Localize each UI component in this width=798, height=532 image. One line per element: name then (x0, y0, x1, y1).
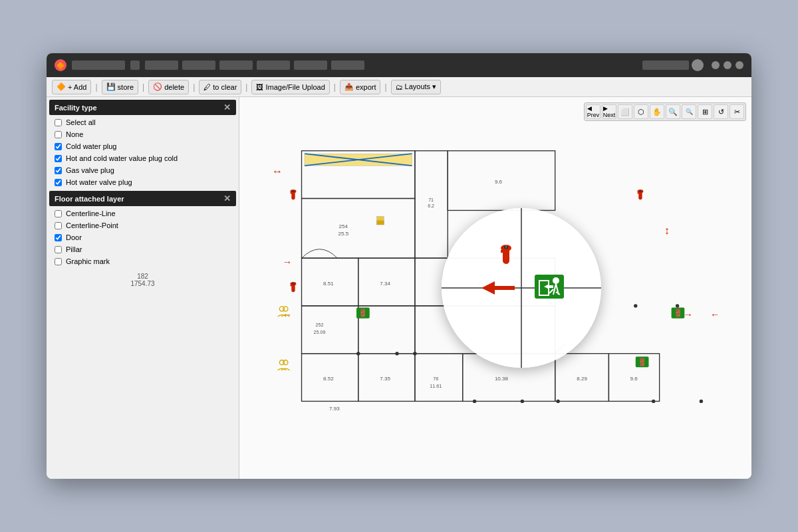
zoom-in-button[interactable]: 🔍 (666, 104, 680, 119)
svg-text:→: → (684, 309, 693, 320)
centerline-line-checkbox[interactable] (55, 210, 62, 217)
svg-text:→: → (283, 257, 292, 267)
svg-rect-83 (501, 250, 504, 253)
floor-panel: Floor attached layer ✕ Centerline-Line C… (49, 191, 236, 267)
svg-text:↕: ↕ (664, 224, 670, 236)
floor-centerline-point[interactable]: Centerline-Point (49, 219, 236, 231)
title-bar: 🔶 (47, 53, 751, 77)
facility-panel: Facility type ✕ Select all None Cold wat… (49, 100, 236, 188)
map-area[interactable]: ◀Prev ▶Next ⬜ ⬡ ✋ 🔍 🔍 ⊞ ↺ ✂ (239, 97, 751, 479)
svg-text:11.61: 11.61 (430, 384, 442, 389)
store-button[interactable]: 💾 store (102, 80, 138, 94)
svg-marker-86 (481, 281, 515, 295)
svg-rect-9 (377, 221, 384, 225)
facility-panel-close[interactable]: ✕ (223, 103, 231, 112)
facility-hot-cold[interactable]: Hot and cold water value plug cold (49, 152, 236, 164)
sidebar: Facility type ✕ Select all None Cold wat… (47, 97, 239, 479)
grid-button[interactable]: ⊞ (698, 104, 712, 119)
reset-button[interactable]: ↺ (714, 104, 728, 119)
svg-point-78 (676, 304, 679, 307)
svg-text:6.2: 6.2 (428, 203, 434, 209)
facility-panel-header: Facility type ✕ (49, 100, 236, 115)
hot-cold-checkbox[interactable] (55, 155, 62, 162)
floor-door[interactable]: Door (49, 231, 236, 243)
zoom-content (442, 208, 601, 368)
svg-rect-49 (290, 193, 292, 194)
svg-rect-58 (292, 283, 295, 285)
svg-point-76 (700, 400, 703, 403)
cut-button[interactable]: ✂ (730, 104, 744, 119)
layouts-icon: 🗂 (396, 83, 403, 91)
svg-text:8.51: 8.51 (323, 281, 334, 287)
window-btn-3[interactable] (735, 61, 743, 69)
prev-button[interactable]: ◀Prev (586, 104, 600, 119)
window-btn-2[interactable] (724, 61, 732, 69)
export-button[interactable]: 📤 export (340, 80, 381, 94)
graphic-mark-checkbox[interactable] (55, 258, 62, 265)
svg-text:8.52: 8.52 (323, 376, 334, 382)
clear-button[interactable]: 🖊 to clear (199, 80, 241, 94)
zoom-svg (442, 208, 601, 368)
centerline-point-checkbox[interactable] (55, 222, 62, 229)
svg-point-88 (553, 277, 559, 284)
facility-cold-water[interactable]: Cold water plug (49, 140, 236, 152)
svg-text:76: 76 (433, 376, 438, 382)
next-button[interactable]: ▶Next (602, 104, 616, 119)
floor-centerline-line[interactable]: Centerline-Line (49, 207, 236, 219)
coords-display: 182 1754.73 (49, 270, 236, 290)
svg-text:9.6: 9.6 (495, 179, 503, 185)
facility-gas-valve[interactable]: Gas valve plug (49, 164, 236, 176)
gas-valve-checkbox[interactable] (55, 167, 62, 174)
svg-rect-54 (639, 191, 642, 192)
select-poly-button[interactable]: ⬡ (634, 104, 648, 119)
pillar-checkbox[interactable] (55, 246, 62, 253)
clear-icon: 🖊 (203, 83, 211, 91)
upload-icon: 🖼 (256, 83, 263, 91)
svg-text:9.6: 9.6 (630, 376, 638, 382)
window-btn-1[interactable] (712, 61, 720, 69)
store-icon: 💾 (106, 82, 116, 91)
svg-point-74 (556, 400, 559, 403)
cold-water-checkbox[interactable] (55, 143, 62, 150)
svg-text:7.93: 7.93 (329, 406, 340, 412)
floor-panel-header: Floor attached layer ✕ (49, 191, 236, 206)
floor-pillar[interactable]: Pillar (49, 243, 236, 255)
select-rect-button[interactable]: ⬜ (618, 104, 632, 119)
svg-text:7.34: 7.34 (380, 281, 390, 287)
svg-text:252: 252 (315, 323, 323, 328)
svg-text:25.09: 25.09 (313, 330, 325, 335)
facility-select-all[interactable]: Select all (49, 116, 236, 128)
upload-button[interactable]: 🖼 Image/File Upload (251, 80, 329, 94)
svg-text:←: ← (710, 309, 720, 320)
add-icon: 🔶 (57, 82, 66, 91)
export-icon: 📤 (344, 82, 354, 91)
facility-none[interactable]: None (49, 128, 236, 140)
svg-text:↔: ↔ (272, 165, 283, 177)
svg-point-73 (521, 400, 524, 403)
main-content: Facility type ✕ Select all None Cold wat… (47, 97, 751, 479)
svg-text:🚪: 🚪 (674, 309, 683, 317)
pan-button[interactable]: ✋ (650, 104, 664, 119)
svg-rect-53 (637, 193, 639, 194)
delete-icon: 🚫 (153, 82, 162, 91)
door-checkbox[interactable] (55, 234, 62, 241)
svg-point-72 (473, 400, 476, 403)
zoom-out-button[interactable]: 🔍 (682, 104, 696, 119)
svg-text:7.35: 7.35 (380, 376, 390, 382)
add-button[interactable]: 🔶 + Add (52, 80, 91, 94)
layouts-button[interactable]: 🗂 Layouts ▾ (391, 80, 442, 94)
svg-text:71: 71 (428, 198, 434, 203)
hot-water-checkbox[interactable] (55, 179, 62, 186)
none-checkbox[interactable] (55, 131, 62, 138)
floor-graphic-mark[interactable]: Graphic mark (49, 255, 236, 267)
select-all-checkbox[interactable] (55, 119, 62, 126)
facility-hot-water[interactable]: Hot water valve plug (49, 176, 236, 188)
svg-rect-50 (292, 191, 295, 192)
delete-button[interactable]: 🚫 delete (148, 80, 189, 94)
floor-panel-close[interactable]: ✕ (223, 194, 231, 203)
svg-text:254: 254 (339, 223, 348, 229)
svg-point-75 (652, 400, 655, 403)
svg-point-77 (634, 304, 637, 307)
svg-text:🚪: 🚪 (358, 309, 368, 317)
main-window: 🔶 🔶 + Add | 💾 (47, 53, 751, 479)
